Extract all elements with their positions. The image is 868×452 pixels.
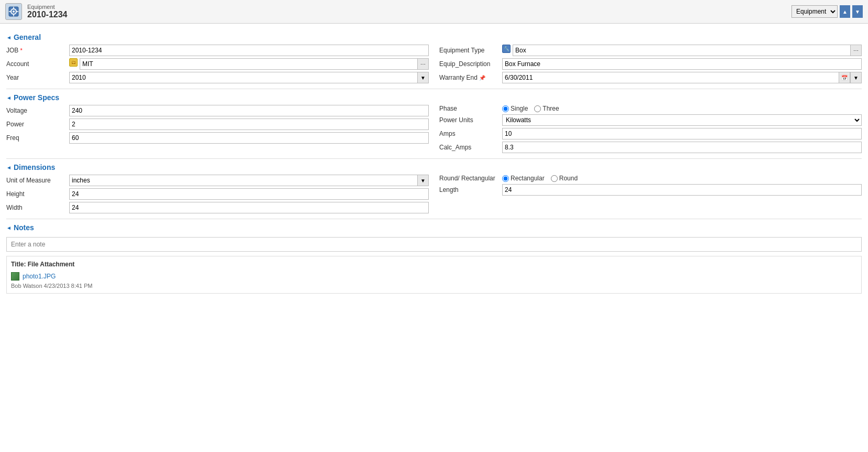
notes-content: Title: File Attachment photo1.JPG Bob Wa… — [6, 256, 862, 294]
warranty-pin-icon: 📌 — [479, 75, 485, 81]
attachment-meta: Bob Watson 4/23/2013 8:41 PM — [11, 283, 857, 289]
round-rectangular-radio-group: Rectangular Round — [502, 175, 862, 182]
voltage-input[interactable] — [69, 105, 429, 116]
nav-down-button[interactable]: ▼ — [852, 5, 863, 18]
phase-single-label: Single — [511, 105, 528, 112]
job-label: JOB * — [6, 47, 69, 54]
attachment-link[interactable]: photo1.JPG — [23, 273, 56, 280]
power-input[interactable] — [69, 119, 429, 130]
warranty-end-input-group: 📅 ▼ — [502, 72, 862, 83]
warranty-end-row: Warranty End 📌 📅 ▼ — [439, 72, 862, 83]
power-row: Power — [6, 119, 429, 130]
header-title: 2010-1234 — [27, 10, 68, 19]
unit-of-measure-input-group: ▼ — [69, 175, 429, 186]
warranty-end-input[interactable] — [502, 72, 839, 83]
freq-input[interactable] — [69, 132, 429, 144]
rectangular-label: Rectangular — [511, 175, 545, 182]
round-label: Round — [559, 175, 578, 182]
year-label: Year — [6, 74, 69, 81]
phase-radio-group: Single Three — [502, 105, 862, 112]
account-icon: 🗂 — [69, 58, 78, 67]
height-input[interactable] — [69, 188, 429, 200]
job-input[interactable] — [69, 45, 429, 56]
power-specs-left: Voltage Power Freq — [6, 105, 429, 155]
phase-single-radio[interactable] — [502, 105, 509, 112]
svg-point-2 — [13, 10, 15, 13]
width-row: Width — [6, 202, 429, 213]
account-browse-button[interactable]: ⋯ — [417, 58, 429, 70]
job-row: JOB * — [6, 45, 429, 56]
equipment-type-input[interactable] — [513, 45, 850, 56]
equipment-icon — [5, 3, 22, 20]
header-right: Equipment ▲ ▼ — [791, 5, 863, 18]
notes-section-label: Notes — [14, 223, 34, 232]
account-input-group: 🗂 ⋯ — [69, 58, 429, 70]
power-specs-section-label: Power Specs — [14, 93, 59, 102]
phase-row: Phase Single Three — [439, 105, 862, 112]
freq-row: Freq — [6, 132, 429, 144]
voltage-label: Voltage — [6, 107, 69, 114]
notes-title: Title: File Attachment — [11, 261, 857, 268]
power-units-select[interactable]: Kilowatts — [502, 114, 862, 126]
equipment-type-input-group: 🔧 ⋯ — [502, 45, 862, 56]
rectangular-option[interactable]: Rectangular — [502, 175, 545, 182]
year-input-group: ▼ — [69, 72, 429, 83]
phase-three-radio[interactable] — [534, 105, 541, 112]
width-label: Width — [6, 204, 69, 211]
general-right: Equipment Type 🔧 ⋯ Equip_Description War… — [439, 45, 862, 85]
freq-label: Freq — [6, 134, 69, 142]
power-specs-section-header[interactable]: Power Specs — [6, 93, 862, 102]
phase-three-option[interactable]: Three — [534, 105, 559, 112]
power-units-row: Power Units Kilowatts — [439, 114, 862, 126]
round-option[interactable]: Round — [551, 175, 578, 182]
year-dropdown-button[interactable]: ▼ — [417, 72, 429, 83]
page-content: General JOB * Account 🗂 ⋯ Year — [0, 24, 868, 299]
enter-note-input[interactable] — [6, 237, 862, 252]
length-label: Length — [439, 186, 502, 193]
round-radio[interactable] — [551, 175, 558, 182]
account-label: Account — [6, 60, 69, 68]
unit-of-measure-input[interactable] — [69, 175, 417, 186]
equip-description-label: Equip_Description — [439, 60, 502, 68]
general-section-label: General — [14, 33, 41, 41]
power-units-label: Power Units — [439, 116, 502, 124]
equip-type-icon: 🔧 — [502, 45, 511, 53]
account-input[interactable] — [80, 58, 417, 70]
power-specs-right: Phase Single Three Power Units Kil — [439, 105, 862, 155]
nav-up-button[interactable]: ▲ — [840, 5, 850, 18]
general-form: JOB * Account 🗂 ⋯ Year ▼ — [6, 45, 862, 85]
calc-amps-label: Calc_Amps — [439, 144, 502, 151]
notes-section: Title: File Attachment photo1.JPG Bob Wa… — [6, 237, 862, 294]
attachment-item: photo1.JPG — [11, 272, 857, 281]
equip-description-input[interactable] — [502, 58, 862, 70]
voltage-row: Voltage — [6, 105, 429, 116]
unit-of-measure-dropdown-button[interactable]: ▼ — [417, 175, 429, 186]
amps-input[interactable] — [502, 128, 862, 139]
length-input[interactable] — [502, 184, 862, 196]
equipment-type-browse-button[interactable]: ⋯ — [850, 45, 862, 56]
calc-amps-input[interactable] — [502, 142, 862, 153]
dimensions-section-header[interactable]: Dimensions — [6, 163, 862, 171]
width-input[interactable] — [69, 202, 429, 213]
power-specs-form: Voltage Power Freq Phase Single — [6, 105, 862, 155]
year-row: Year ▼ — [6, 72, 429, 83]
dimensions-section-label: Dimensions — [14, 163, 55, 171]
round-rectangular-label: Round/ Rectangular — [439, 175, 502, 182]
nav-dropdown[interactable]: Equipment — [791, 5, 838, 18]
amps-row: Amps — [439, 128, 862, 139]
equipment-type-label: Equipment Type — [439, 47, 502, 54]
phase-single-option[interactable]: Single — [502, 105, 528, 112]
power-label: Power — [6, 121, 69, 128]
warranty-dropdown-button[interactable]: ▼ — [850, 72, 862, 83]
general-section-header[interactable]: General — [6, 33, 862, 41]
dimensions-left: Unit of Measure ▼ Height Width — [6, 175, 429, 216]
notes-section-header[interactable]: Notes — [6, 223, 862, 232]
equip-description-row: Equip_Description — [439, 58, 862, 70]
height-label: Height — [6, 190, 69, 198]
dimensions-right: Round/ Rectangular Rectangular Round Len… — [439, 175, 862, 216]
year-input[interactable] — [69, 72, 417, 83]
calc-amps-row: Calc_Amps — [439, 142, 862, 153]
phase-label: Phase — [439, 105, 502, 112]
warranty-calendar-button[interactable]: 📅 — [839, 72, 850, 83]
rectangular-radio[interactable] — [502, 175, 509, 182]
